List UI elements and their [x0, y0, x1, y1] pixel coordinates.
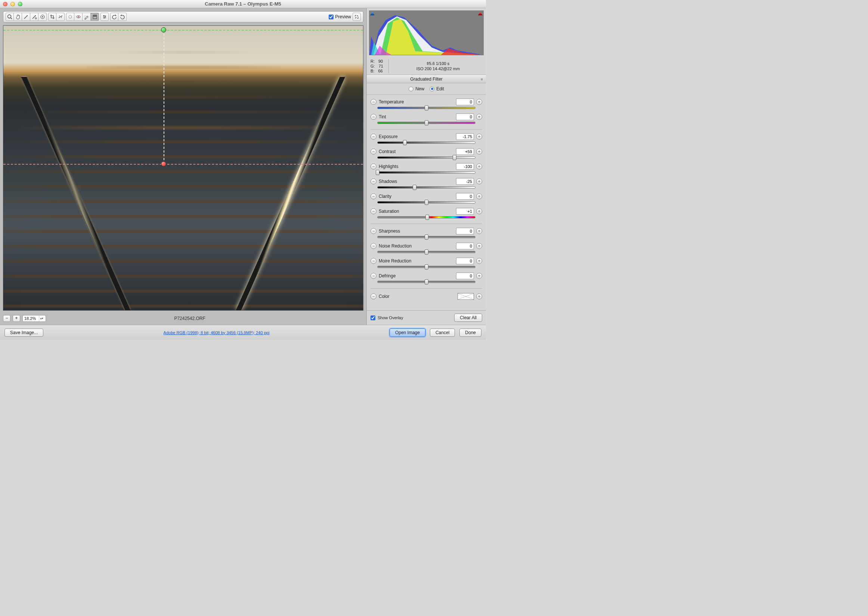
minus-icon[interactable]: −: [371, 243, 376, 249]
minus-icon[interactable]: −: [371, 99, 376, 105]
minus-icon[interactable]: −: [371, 258, 376, 264]
minus-icon[interactable]: −: [371, 228, 376, 234]
plus-icon[interactable]: +: [476, 178, 482, 184]
graduated-filter-tool-icon[interactable]: [91, 13, 99, 21]
plus-icon[interactable]: +: [476, 163, 482, 170]
fullscreen-toggle-icon[interactable]: [352, 13, 361, 21]
temperature-input[interactable]: [456, 99, 474, 105]
sharpness-input[interactable]: [456, 228, 474, 234]
color-swatch[interactable]: [458, 293, 474, 300]
preferences-icon[interactable]: [101, 13, 108, 21]
new-filter-radio[interactable]: New: [409, 86, 424, 91]
crop-tool-icon[interactable]: [48, 13, 57, 21]
plus-icon[interactable]: +: [476, 114, 482, 120]
slider-track[interactable]: [377, 141, 475, 144]
contrast-input[interactable]: [456, 148, 474, 155]
minus-icon[interactable]: −: [371, 163, 376, 170]
slider-track[interactable]: [377, 122, 475, 124]
zoom-level-select[interactable]: 18.2% ▴▾: [22, 315, 46, 322]
slider-track[interactable]: [377, 251, 475, 253]
zoom-out-button[interactable]: −: [3, 315, 11, 322]
slider-track[interactable]: [377, 216, 475, 218]
histogram[interactable]: [369, 11, 484, 55]
slider-thumb[interactable]: [425, 279, 428, 284]
minus-icon[interactable]: −: [371, 178, 376, 184]
slider-track[interactable]: [377, 236, 475, 238]
slider-thumb[interactable]: [376, 170, 379, 175]
clear-all-button[interactable]: Clear All: [454, 314, 482, 322]
plus-icon[interactable]: +: [476, 294, 482, 299]
zoom-tool-icon[interactable]: [6, 13, 14, 21]
defringe-input[interactable]: [456, 272, 474, 279]
b-value: 66: [378, 69, 382, 73]
clarity-input[interactable]: [456, 193, 474, 200]
show-overlay-checkbox[interactable]: Show Overlay: [371, 316, 403, 320]
slider-track[interactable]: [377, 156, 475, 159]
adjustment-brush-tool-icon[interactable]: [83, 13, 91, 21]
open-image-button[interactable]: Open Image: [390, 328, 425, 337]
color-sampler-tool-icon[interactable]: [30, 13, 38, 21]
slider-thumb[interactable]: [425, 120, 428, 126]
minus-icon[interactable]: −: [371, 149, 376, 154]
hand-tool-icon[interactable]: [14, 13, 22, 21]
minus-icon[interactable]: −: [371, 208, 376, 214]
save-image-button[interactable]: Save Image...: [5, 328, 43, 337]
plus-icon[interactable]: +: [476, 243, 482, 249]
slider-thumb[interactable]: [425, 234, 428, 240]
preview-checkbox[interactable]: Preview: [329, 14, 351, 19]
white-balance-tool-icon[interactable]: [22, 13, 30, 21]
minus-icon[interactable]: −: [371, 114, 376, 120]
red-eye-tool-icon[interactable]: [74, 13, 83, 21]
slider-thumb[interactable]: [425, 200, 428, 205]
slider-thumb[interactable]: [425, 105, 428, 110]
slider-track[interactable]: [377, 266, 475, 268]
minus-icon[interactable]: −: [371, 134, 376, 140]
shadows-input[interactable]: [456, 178, 474, 185]
plus-icon[interactable]: +: [476, 99, 482, 105]
noise-input[interactable]: [456, 243, 474, 249]
plus-icon[interactable]: +: [476, 208, 482, 214]
slider-thumb[interactable]: [425, 264, 428, 270]
done-button[interactable]: Done: [459, 328, 481, 337]
rotate-ccw-icon[interactable]: [110, 13, 118, 21]
minus-icon[interactable]: −: [371, 193, 376, 200]
highlights-input[interactable]: [456, 163, 474, 170]
plus-icon[interactable]: +: [476, 228, 482, 234]
slider-track[interactable]: [377, 281, 475, 283]
exif-iso-lens: ISO 200 14-42@22 mm: [417, 66, 460, 71]
spot-removal-tool-icon[interactable]: [66, 13, 74, 21]
slider-thumb[interactable]: [453, 155, 456, 160]
minus-icon[interactable]: −: [371, 273, 376, 279]
edit-filter-radio[interactable]: Edit: [429, 86, 444, 91]
slider-thumb[interactable]: [403, 140, 407, 145]
panel-menu-icon[interactable]: ≡: [481, 77, 483, 82]
minus-icon[interactable]: −: [371, 294, 376, 299]
plus-icon[interactable]: +: [476, 258, 482, 264]
saturation-input[interactable]: [456, 208, 474, 215]
slider-track[interactable]: [377, 186, 475, 189]
slider-track[interactable]: [377, 201, 475, 203]
svg-point-13: [104, 15, 104, 16]
rotate-cw-icon[interactable]: [118, 13, 127, 21]
plus-icon[interactable]: +: [476, 134, 482, 140]
cancel-button[interactable]: Cancel: [430, 328, 455, 337]
zoom-in-button[interactable]: +: [13, 315, 20, 322]
moire-input[interactable]: [456, 258, 474, 264]
zoom-stepper-icon[interactable]: ▴▾: [39, 316, 44, 321]
exposure-input[interactable]: [456, 133, 474, 140]
image-preview[interactable]: [3, 25, 363, 311]
tint-input[interactable]: [456, 113, 474, 120]
slider-thumb[interactable]: [413, 185, 417, 190]
plus-icon[interactable]: +: [476, 193, 482, 200]
slider-thumb[interactable]: [425, 215, 429, 220]
slider-track[interactable]: [377, 171, 475, 174]
plus-icon[interactable]: +: [476, 273, 482, 279]
workflow-options-link[interactable]: Adobe RGB (1998); 8 bit; 4608 by 3456 (1…: [164, 330, 270, 335]
straighten-tool-icon[interactable]: [57, 13, 64, 21]
plus-icon[interactable]: +: [476, 149, 482, 154]
slider-track[interactable]: [377, 107, 475, 109]
saturation-slider: − Saturation +: [371, 206, 482, 222]
contrast-slider: − Contrast +: [371, 147, 482, 162]
targeted-adjustment-tool-icon[interactable]: [38, 13, 47, 21]
slider-thumb[interactable]: [425, 249, 428, 255]
